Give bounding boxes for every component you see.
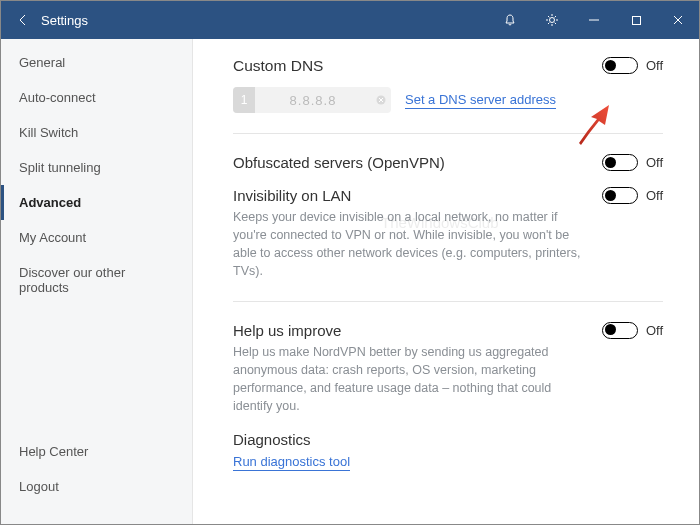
divider	[233, 133, 663, 134]
app-window: Settings General Auto-connect Kill Switc…	[0, 0, 700, 525]
minimize-button[interactable]	[573, 1, 615, 39]
close-button[interactable]	[657, 1, 699, 39]
sidebar-item-label: Auto-connect	[19, 90, 96, 105]
sidebar-item-general[interactable]: General	[1, 45, 192, 80]
sidebar-item-label: General	[19, 55, 65, 70]
help-improve-row: Help us improve Help us make NordVPN bet…	[233, 322, 663, 416]
diagnostics-heading: Diagnostics	[233, 431, 663, 448]
invisibility-heading: Invisibility on LAN	[233, 187, 584, 204]
sidebar-item-my-account[interactable]: My Account	[1, 220, 192, 255]
dns-server-index: 1	[233, 87, 255, 113]
sidebar-item-label: Discover our other products	[19, 265, 125, 295]
maximize-button[interactable]	[615, 1, 657, 39]
dns-server-row: 1 8.8.8.8 Set a DNS server address	[233, 87, 663, 113]
invisibility-toggle[interactable]	[602, 187, 638, 204]
bell-icon[interactable]	[489, 1, 531, 39]
sidebar-item-label: Split tunneling	[19, 160, 101, 175]
invisibility-desc: Keeps your device invisible on a local n…	[233, 208, 584, 281]
sidebar-item-kill-switch[interactable]: Kill Switch	[1, 115, 192, 150]
sidebar-item-label: My Account	[19, 230, 86, 245]
svg-line-8	[555, 16, 556, 17]
run-diagnostics-link[interactable]: Run diagnostics tool	[233, 454, 350, 471]
titlebar: Settings	[1, 1, 699, 39]
titlebar-title: Settings	[41, 13, 88, 28]
obfuscated-row: Obfuscated servers (OpenVPN) Off	[233, 154, 663, 171]
sidebar-item-label: Logout	[19, 479, 59, 494]
main: General Auto-connect Kill Switch Split t…	[1, 39, 699, 524]
sidebar-item-label: Help Center	[19, 444, 88, 459]
help-improve-toggle-label: Off	[646, 323, 663, 338]
back-button[interactable]	[9, 6, 37, 34]
dns-server-pill: 1 8.8.8.8	[233, 87, 391, 113]
dns-server-remove-icon[interactable]	[371, 87, 391, 113]
sidebar-item-split-tunneling[interactable]: Split tunneling	[1, 150, 192, 185]
svg-line-6	[555, 23, 556, 24]
sidebar-item-auto-connect[interactable]: Auto-connect	[1, 80, 192, 115]
help-improve-heading: Help us improve	[233, 322, 584, 339]
custom-dns-toggle-label: Off	[646, 58, 663, 73]
set-dns-link[interactable]: Set a DNS server address	[405, 92, 556, 109]
obfuscated-heading: Obfuscated servers (OpenVPN)	[233, 154, 584, 171]
custom-dns-heading: Custom DNS	[233, 57, 584, 75]
invisibility-toggle-label: Off	[646, 188, 663, 203]
svg-line-5	[548, 16, 549, 17]
obfuscated-toggle-label: Off	[646, 155, 663, 170]
sidebar: General Auto-connect Kill Switch Split t…	[1, 39, 193, 524]
svg-rect-10	[632, 16, 640, 24]
sidebar-item-help-center[interactable]: Help Center	[1, 434, 192, 469]
sidebar-item-label: Advanced	[19, 195, 81, 210]
sidebar-item-logout[interactable]: Logout	[1, 469, 192, 504]
svg-line-7	[548, 23, 549, 24]
svg-point-0	[550, 18, 555, 23]
sidebar-item-discover-products[interactable]: Discover our other products	[1, 255, 192, 305]
invisibility-row: Invisibility on LAN Keeps your device in…	[233, 187, 663, 281]
content-panel: Custom DNS Off 1 8.8.8.8 Set a DNS serve…	[193, 39, 699, 524]
sidebar-item-label: Kill Switch	[19, 125, 78, 140]
divider	[233, 301, 663, 302]
custom-dns-row: Custom DNS Off	[233, 57, 663, 75]
dns-server-value: 8.8.8.8	[255, 93, 371, 108]
obfuscated-toggle[interactable]	[602, 154, 638, 171]
help-improve-desc: Help us make NordVPN better by sending u…	[233, 343, 584, 416]
custom-dns-toggle[interactable]	[602, 57, 638, 74]
sidebar-item-advanced[interactable]: Advanced	[1, 185, 192, 220]
gear-icon[interactable]	[531, 1, 573, 39]
help-improve-toggle[interactable]	[602, 322, 638, 339]
